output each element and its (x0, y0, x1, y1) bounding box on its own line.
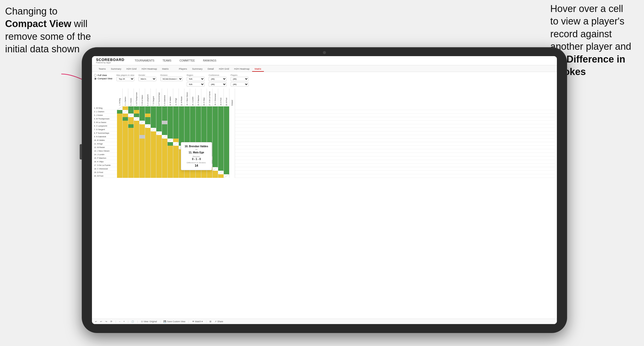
cell-r3-c11[interactable] (173, 114, 179, 117)
cell-r11-c2[interactable] (123, 142, 128, 146)
cell-r12-c11[interactable] (173, 146, 179, 149)
cell-r15-c8[interactable] (156, 156, 162, 160)
cell-r3-c12[interactable] (179, 114, 184, 117)
cell-r6-c3[interactable] (128, 124, 134, 128)
cell-r5-c15[interactable] (196, 121, 201, 124)
cell-r20-c8[interactable] (156, 174, 162, 178)
cell-r11-c5[interactable] (139, 142, 145, 146)
cell-r6-c13[interactable] (184, 124, 190, 128)
cell-r7-c1[interactable] (117, 128, 123, 131)
cell-r17-c9[interactable] (162, 164, 168, 167)
cell-r2-c15[interactable] (196, 110, 201, 114)
cell-r3-c3[interactable] (128, 114, 134, 117)
cell-r16-c8[interactable] (156, 160, 162, 164)
cell-r16-c18[interactable] (213, 160, 218, 164)
zoom-in-button[interactable]: + (123, 320, 125, 323)
cell-r8-c8[interactable] (156, 131, 162, 135)
cell-r13-c20[interactable] (224, 149, 229, 153)
players-select2[interactable]: (All) (231, 82, 249, 86)
cell-r9-c19[interactable] (218, 135, 224, 139)
cell-r3-c10[interactable] (168, 114, 173, 117)
division-select[interactable]: NCAA Division I (160, 77, 183, 81)
cell-r10-c2[interactable] (123, 139, 128, 142)
cell-r9-c16[interactable] (201, 135, 207, 139)
cell-r11-c11[interactable] (173, 142, 179, 146)
sub-tab-detail[interactable]: Detail (205, 66, 216, 72)
cell-r19-c20[interactable] (224, 171, 229, 174)
cell-r5-c21[interactable] (229, 121, 235, 124)
cell-r19-c8[interactable] (156, 171, 162, 174)
cell-r19-c9[interactable] (162, 171, 168, 174)
cell-r2-c20[interactable] (224, 110, 229, 114)
cell-r4-c20[interactable] (224, 117, 229, 121)
cell-r14-c8[interactable] (156, 153, 162, 156)
cell-r5-c4[interactable] (134, 121, 139, 124)
cell-r6-c4[interactable] (134, 124, 139, 128)
region-select1[interactable]: N/A (187, 77, 205, 81)
cell-r17-c10[interactable] (168, 164, 173, 167)
cell-r14-c5[interactable] (139, 153, 145, 156)
cell-r20-c9[interactable] (162, 174, 168, 178)
cell-r2-c6[interactable] (145, 110, 151, 114)
cell-r17-c18[interactable] (213, 164, 218, 167)
cell-r1-c10[interactable] (168, 106, 173, 110)
region-select2[interactable]: N/A (187, 82, 205, 86)
cell-r1-c3[interactable] (128, 106, 134, 110)
cell-r13-c1[interactable] (117, 149, 123, 153)
cell-r8-c5[interactable] (139, 131, 145, 135)
cell-r7-c16[interactable] (201, 128, 207, 131)
cell-r7-c2[interactable] (123, 128, 128, 131)
cell-r14-c1[interactable] (117, 153, 123, 156)
cell-r16-c11[interactable] (173, 160, 179, 164)
save-custom-button[interactable]: 💾 Save Custom View (163, 320, 185, 323)
cell-r6-c20[interactable] (224, 124, 229, 128)
sub-tab-h2h-grid1[interactable]: H2H Grid (124, 66, 139, 72)
cell-r1-c20[interactable] (224, 106, 229, 110)
cell-r20-c5[interactable] (139, 174, 145, 178)
cell-r13-c3[interactable] (128, 149, 134, 153)
cell-r1-c21[interactable] (229, 106, 235, 110)
cell-r7-c11[interactable] (173, 128, 179, 131)
cell-r12-c8[interactable] (156, 146, 162, 149)
cell-r4-c21[interactable] (229, 117, 235, 121)
cell-r2-c11[interactable] (173, 110, 179, 114)
cell-r6-c16[interactable] (201, 124, 207, 128)
cell-r13-c9[interactable] (162, 149, 168, 153)
cell-r5-c6[interactable] (145, 121, 151, 124)
cell-r14-c18[interactable] (213, 153, 218, 156)
cell-r5-c3[interactable] (128, 121, 134, 124)
cell-r14-c19[interactable] (218, 153, 224, 156)
cell-r14-c20[interactable] (224, 153, 229, 156)
cell-r6-c7[interactable] (151, 124, 156, 128)
cell-r17-c20[interactable] (224, 164, 229, 167)
cell-r20-c10[interactable] (168, 174, 173, 178)
cell-r19-c17[interactable] (207, 171, 213, 174)
cell-r15-c5[interactable] (139, 156, 145, 160)
cell-r9-c11[interactable] (173, 135, 179, 139)
cell-r11-c20[interactable] (224, 142, 229, 146)
cell-r3-c4[interactable] (134, 114, 139, 117)
cell-r6-c6[interactable] (145, 124, 151, 128)
cell-r3-c6[interactable] (145, 114, 151, 117)
refresh-button[interactable]: ⟳ (110, 320, 112, 323)
cell-r6-c12[interactable] (179, 124, 184, 128)
cell-r5-c20[interactable] (224, 121, 229, 124)
cell-r2-c7[interactable] (151, 110, 156, 114)
cell-r1-c1[interactable] (117, 106, 123, 110)
cell-r20-c21[interactable] (229, 174, 235, 178)
cell-r7-c18[interactable] (213, 128, 218, 131)
cell-r17-c11[interactable] (173, 164, 179, 167)
cell-r7-c14[interactable] (190, 128, 196, 131)
redo-button[interactable]: ↪ (105, 320, 107, 323)
cell-r9-c3[interactable] (128, 135, 134, 139)
cell-r10-c7[interactable] (151, 139, 156, 142)
cell-r12-c4[interactable] (134, 146, 139, 149)
cell-r10-c5[interactable] (139, 139, 145, 142)
cell-r20-c18[interactable] (213, 174, 218, 178)
grid-button[interactable]: ⊞ (209, 320, 212, 323)
cell-r6-c2[interactable] (123, 124, 128, 128)
cell-r13-c10[interactable] (168, 149, 173, 153)
cell-r6-c9[interactable] (162, 124, 168, 128)
cell-r10-c18[interactable] (213, 139, 218, 142)
cell-r12-c10[interactable] (168, 146, 173, 149)
